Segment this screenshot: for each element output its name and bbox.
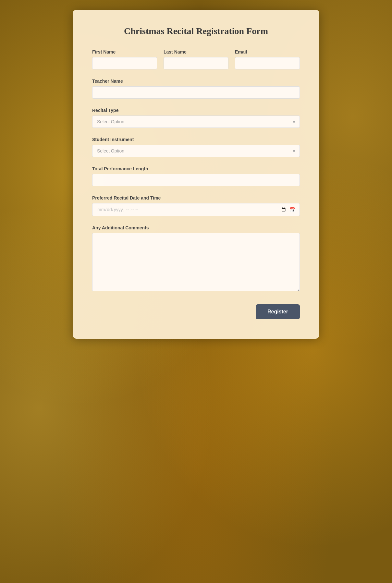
teacher-name-group: Teacher Name	[92, 79, 300, 99]
last-name-group: Last Name	[164, 49, 228, 69]
performance-length-group: Total Performance Length	[92, 166, 300, 186]
form-title: Christmas Recital Registration Form	[92, 26, 300, 36]
email-label: Email	[235, 49, 300, 55]
email-input[interactable]	[235, 57, 300, 69]
form-container: Christmas Recital Registration Form Firs…	[73, 10, 319, 339]
first-name-label: First Name	[92, 49, 157, 55]
additional-comments-textarea[interactable]	[92, 233, 300, 291]
page-wrapper: Christmas Recital Registration Form Firs…	[0, 0, 392, 583]
register-button[interactable]: Register	[256, 304, 300, 319]
student-instrument-select[interactable]: Select Option Piano Violin Guitar Cello …	[92, 145, 300, 157]
additional-comments-label: Any Additional Comments	[92, 225, 300, 230]
student-instrument-label: Student Instrument	[92, 137, 300, 142]
additional-comments-group: Any Additional Comments	[92, 225, 300, 291]
recital-type-label: Recital Type	[92, 108, 300, 113]
recital-date-label: Preferred Recital Date and Time	[92, 195, 300, 200]
recital-type-select[interactable]: Select Option Solo Duet Ensemble Group	[92, 115, 300, 128]
recital-type-group: Recital Type Select Option Solo Duet Ens…	[92, 108, 300, 128]
datetime-wrapper: 📅	[92, 203, 300, 216]
student-instrument-group: Student Instrument Select Option Piano V…	[92, 137, 300, 157]
recital-type-select-wrapper: Select Option Solo Duet Ensemble Group	[92, 115, 300, 128]
last-name-input[interactable]	[164, 57, 228, 69]
teacher-name-input[interactable]	[92, 86, 300, 99]
recital-date-group: Preferred Recital Date and Time 📅	[92, 195, 300, 216]
performance-length-label: Total Performance Length	[92, 166, 300, 171]
first-name-input[interactable]	[92, 57, 157, 69]
name-email-row: First Name Last Name Email	[92, 49, 300, 69]
last-name-label: Last Name	[164, 49, 228, 55]
email-group: Email	[235, 49, 300, 69]
recital-date-input[interactable]	[92, 203, 300, 216]
first-name-group: First Name	[92, 49, 157, 69]
performance-length-input[interactable]	[92, 174, 300, 186]
student-instrument-select-wrapper: Select Option Piano Violin Guitar Cello …	[92, 145, 300, 157]
teacher-name-label: Teacher Name	[92, 79, 300, 84]
